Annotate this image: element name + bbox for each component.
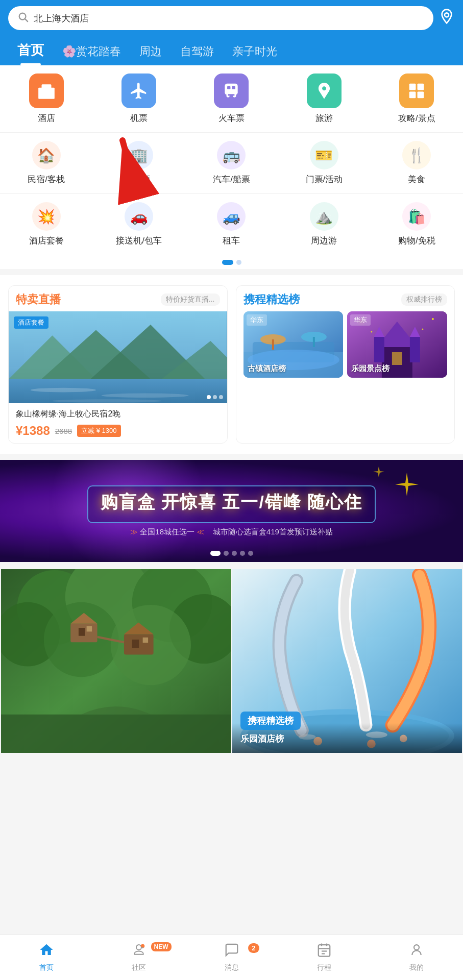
svg-line-1 xyxy=(25,19,28,21)
category-minsu[interactable]: 🏠 民宿/客栈 xyxy=(0,133,92,193)
dot-1[interactable] xyxy=(222,260,233,265)
svg-rect-33 xyxy=(312,337,314,347)
tab-home[interactable]: 首页 xyxy=(8,36,53,65)
search-value: 北上海大酒店 xyxy=(34,12,424,24)
tour-label: 旅游 xyxy=(315,112,333,124)
ranking-badge: 权威排行榜 xyxy=(401,293,447,306)
flash-sale-card[interactable]: 特卖直播 特价好货直播... xyxy=(8,285,228,444)
search-input-wrap[interactable]: 北上海大酒店 xyxy=(8,6,433,30)
category-transfer[interactable]: 🚗 接送机/包车 xyxy=(92,194,185,255)
category-guide[interactable]: 攻略/景点 xyxy=(371,65,463,132)
banner-dot-4[interactable] xyxy=(240,551,245,556)
svg-rect-42 xyxy=(392,352,402,365)
price-row: ¥1388 2688 立减 ¥ 1300 xyxy=(16,424,220,438)
guide-label: 攻略/景点 xyxy=(398,112,435,124)
ranking-card[interactable]: 携程精选榜 权威排行榜 xyxy=(236,285,455,444)
tour-icon-box xyxy=(307,74,342,108)
location-icon[interactable] xyxy=(438,8,455,28)
category-nearby-tour[interactable]: ⛰️ 周边游 xyxy=(278,194,370,255)
flash-sale-content: 象山橡树缘·海上牧心民宿2晚 ¥1388 2688 立减 ¥ 1300 xyxy=(9,403,227,443)
flash-sale-badge: 特价好货直播... xyxy=(161,293,220,306)
svg-point-26 xyxy=(53,399,162,402)
right-photo-overlay: 携程精选榜 乐园酒店榜 xyxy=(232,703,462,753)
banner-content: 购盲盒 开惊喜 五一/错峰 随心住 ≫ 全国18城任选一 ≪ 城市随心选盲盒41… xyxy=(77,485,386,537)
nav-home[interactable]: 首页 xyxy=(0,942,92,972)
svg-point-45 xyxy=(422,329,424,330)
nav-home-label: 首页 xyxy=(39,963,54,972)
svg-rect-9 xyxy=(232,86,235,89)
tab-flowers[interactable]: 🌸赏花踏春 xyxy=(53,39,130,65)
rent-car-label: 租车 xyxy=(223,235,240,247)
category-train[interactable]: 火车票 xyxy=(185,65,278,132)
banner-dot-5[interactable] xyxy=(248,551,253,556)
nav-messages[interactable]: 2 消息 xyxy=(185,942,278,972)
dot-2[interactable] xyxy=(236,260,241,265)
nav-itinerary-label: 行程 xyxy=(317,963,331,972)
svg-rect-4 xyxy=(41,84,51,89)
svg-rect-66 xyxy=(1,715,231,753)
photo-grid: 携程精选榜 乐园酒店榜 xyxy=(0,568,463,754)
nav-community-label: 社区 xyxy=(132,963,146,972)
promo-banner[interactable]: 购盲盒 开惊喜 五一/错峰 随心住 ≫ 全国18城任选一 ≪ 城市随心选盲盒41… xyxy=(0,460,463,562)
hotel-ranking-img[interactable]: 华东 古镇酒店榜 xyxy=(243,311,344,378)
search-icon xyxy=(17,11,29,25)
ranking-images: 华东 古镇酒店榜 xyxy=(236,311,455,385)
price-original: 2688 xyxy=(55,427,72,435)
svg-rect-64 xyxy=(143,638,148,643)
secondary-categories-row: 🏠 民宿/客栈 🏢 机+酒 🚌 汽车/船票 🎫 门票/活动 xyxy=(0,133,463,194)
minsu-label: 民宿/客栈 xyxy=(28,174,65,185)
flight-hotel-label: 机+酒 xyxy=(128,174,150,185)
nav-itinerary[interactable]: 行程 xyxy=(278,942,370,972)
discount-badge: 立减 ¥ 1300 xyxy=(77,425,120,437)
tab-drive[interactable]: 自驾游 xyxy=(171,39,223,65)
category-shopping[interactable]: 🛍️ 购物/免税 xyxy=(371,194,463,255)
photo-right[interactable]: 携程精选榜 乐园酒店榜 xyxy=(232,569,462,753)
banner-dot-3[interactable] xyxy=(232,551,237,556)
category-tour[interactable]: 旅游 xyxy=(278,65,370,132)
rank2-region: 华东 xyxy=(350,314,371,326)
category-bus-boat[interactable]: 🚌 汽车/船票 xyxy=(185,133,278,193)
food-label: 美食 xyxy=(408,174,425,185)
svg-point-2 xyxy=(445,13,449,17)
svg-point-44 xyxy=(432,318,434,320)
svg-rect-16 xyxy=(409,92,416,99)
nearby-tour-label: 周边游 xyxy=(311,235,337,247)
banner-dot-2[interactable] xyxy=(224,551,229,556)
category-flight-hotel[interactable]: 🏢 机+酒 xyxy=(92,133,185,193)
hotel-pkg-icon: 💥 xyxy=(32,202,61,231)
category-tickets[interactable]: 🎫 门票/活动 xyxy=(278,133,370,193)
search-bar: 北上海大酒店 xyxy=(0,0,463,36)
hotel-img-tag: 酒店套餐 xyxy=(14,316,48,329)
tab-nearby[interactable]: 周边 xyxy=(130,39,171,65)
minsu-icon: 🏠 xyxy=(32,141,61,169)
cards-section: 特卖直播 特价好货直播... xyxy=(0,275,463,454)
svg-rect-60 xyxy=(87,626,92,631)
svg-rect-7 xyxy=(225,84,238,95)
svg-point-86 xyxy=(414,945,419,950)
food-icon: 🍴 xyxy=(402,141,431,169)
category-food[interactable]: 🍴 美食 xyxy=(371,133,463,193)
category-rent-car[interactable]: 🚙 租车 xyxy=(185,194,278,255)
nav-tabs: 首页 🌸赏花踏春 周边 自驾游 亲子时光 xyxy=(0,36,463,65)
category-hotel-pkg[interactable]: 💥 酒店套餐 xyxy=(0,194,92,255)
home-icon xyxy=(39,942,54,961)
category-hotel[interactable]: 酒店 xyxy=(0,65,92,132)
nav-messages-label: 消息 xyxy=(225,963,239,972)
svg-rect-3 xyxy=(38,88,55,99)
photo-left[interactable] xyxy=(1,569,231,753)
nav-profile[interactable]: 我的 xyxy=(371,942,463,972)
castle-ranking-img[interactable]: 华东 乐园景点榜 xyxy=(347,311,447,378)
tickets-label: 门票/活动 xyxy=(306,174,343,185)
nav-community[interactable]: ... NEW 社区 xyxy=(92,942,185,972)
banner-pagination xyxy=(210,551,253,556)
tab-kids[interactable]: 亲子时光 xyxy=(223,39,286,65)
hotel-desc: 象山橡树缘·海上牧心民宿2晚 xyxy=(16,408,220,420)
svg-rect-10 xyxy=(226,91,237,92)
svg-rect-38 xyxy=(374,337,384,362)
banner-dot-1[interactable] xyxy=(210,551,221,556)
category-flight[interactable]: 机票 xyxy=(92,65,185,132)
rank1-label: 古镇酒店榜 xyxy=(248,364,286,374)
flash-sale-header: 特卖直播 特价好货直播... xyxy=(9,286,227,311)
svg-point-46 xyxy=(371,331,373,333)
price-main: ¥1388 xyxy=(16,424,50,438)
